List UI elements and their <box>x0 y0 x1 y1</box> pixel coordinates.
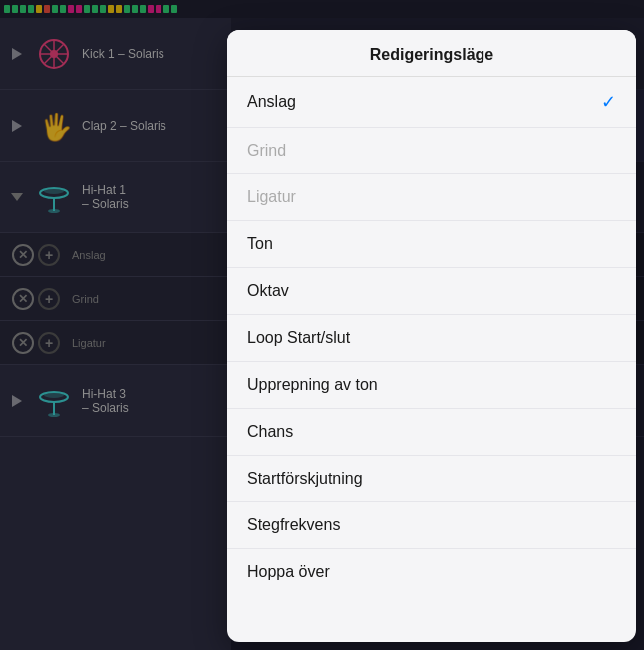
popup-item-stegfrekvens[interactable]: Stegfrekvens <box>227 502 636 549</box>
popup-title: Redigeringsläge <box>247 46 616 64</box>
popup-header: Redigeringsläge <box>227 30 636 77</box>
popup-item-hoppa[interactable]: Hoppa över <box>227 549 636 595</box>
popup-item-ligatur[interactable]: Ligatur <box>227 174 636 221</box>
popup-item-anslag[interactable]: Anslag✓ <box>227 77 636 128</box>
popup-item-loop[interactable]: Loop Start/slut <box>227 315 636 362</box>
popup-item-oktav[interactable]: Oktav <box>227 268 636 315</box>
popup-item-label-upprepning: Upprepning av ton <box>247 376 378 394</box>
popup-panel: Redigeringsläge Anslag✓GrindLigaturTonOk… <box>227 30 636 642</box>
popup-item-label-oktav: Oktav <box>247 282 289 300</box>
popup-item-label-anslag: Anslag <box>247 93 296 111</box>
popup-item-check-anslag: ✓ <box>601 91 616 113</box>
popup-item-label-loop: Loop Start/slut <box>247 329 350 347</box>
popup-item-ton[interactable]: Ton <box>227 221 636 268</box>
popup-item-chans[interactable]: Chans <box>227 409 636 456</box>
popup-item-startforskjutning[interactable]: Startförskjutning <box>227 456 636 502</box>
popup-list: Anslag✓GrindLigaturTonOktavLoop Start/sl… <box>227 77 636 642</box>
popup-item-grind[interactable]: Grind <box>227 128 636 174</box>
popup-item-label-ton: Ton <box>247 235 273 253</box>
popup-item-label-hoppa: Hoppa över <box>247 563 330 581</box>
popup-item-label-stegfrekvens: Stegfrekvens <box>247 516 340 534</box>
popup-item-upprepning[interactable]: Upprepning av ton <box>227 362 636 409</box>
popup-item-label-grind: Grind <box>247 142 286 160</box>
popup-item-label-chans: Chans <box>247 423 293 441</box>
popup-item-label-startforskjutning: Startförskjutning <box>247 470 363 488</box>
popup-item-label-ligatur: Ligatur <box>247 188 296 206</box>
